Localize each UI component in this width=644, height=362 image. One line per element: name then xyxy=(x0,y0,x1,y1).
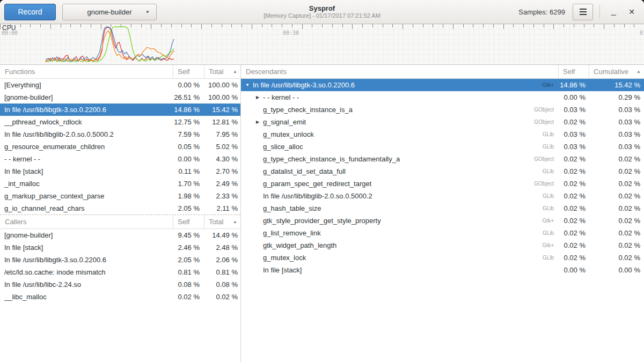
column-header-self[interactable]: Self xyxy=(173,65,204,78)
cell-function-name: In file /usr/lib/libglib-2.0.so.0.5000.2 xyxy=(0,130,173,138)
column-header-total[interactable]: Total ▲ xyxy=(204,215,240,228)
column-header-functions[interactable]: Functions xyxy=(0,65,173,78)
table-row[interactable]: In file [stack]0.00 %0.00 % xyxy=(241,264,644,276)
cell-total: 2.70 % xyxy=(204,167,240,175)
table-row[interactable]: [gnome-builder]26.51 %100.00 % xyxy=(0,91,240,104)
cell-function-name: g_slice_allocGLib xyxy=(241,143,558,151)
process-selector-value: gnome-builder xyxy=(87,8,131,16)
column-header-total-label: Total xyxy=(209,68,223,76)
table-row[interactable]: g_io_channel_read_chars2.05 %2.11 % xyxy=(0,202,240,215)
table-row[interactable]: g_markup_parse_context_parse1.98 %2.33 % xyxy=(0,190,240,202)
cell-function-name: g_datalist_id_set_data_fullGLib xyxy=(241,167,558,175)
table-row[interactable]: gtk_widget_path_lengthGtk+0.02 %0.02 % xyxy=(241,239,644,252)
cell-self: 0.00 % xyxy=(173,155,204,163)
table-row[interactable]: g_type_check_instance_is_aGObject0.03 %0… xyxy=(241,104,644,116)
table-row[interactable]: g_mutex_unlockGLib0.03 %0.03 % xyxy=(241,128,644,141)
column-header-total[interactable]: Total ▲ xyxy=(204,65,240,78)
cell-function-name: gtk_widget_path_lengthGtk+ xyxy=(241,241,558,249)
function-name: g_hash_table_size xyxy=(263,204,321,212)
cell-cumulative: 0.29 % xyxy=(589,93,644,101)
function-name: In file /usr/lib/libglib-2.0.so.0.5000.2 xyxy=(4,130,114,138)
cell-total: 12.81 % xyxy=(204,118,240,126)
table-row[interactable]: /etc/ld.so.cache: inode mismatch0.81 %0.… xyxy=(0,266,240,278)
function-name: gtk_style_provider_get_style_property xyxy=(263,217,381,225)
table-row[interactable]: In file /usr/lib/libc-2.24.so0.08 %0.08 … xyxy=(0,278,240,291)
library-tag: GLib xyxy=(537,168,558,174)
column-header-self[interactable]: Self xyxy=(558,65,589,78)
cell-function-name: In file /usr/lib/libglib-2.0.so.0.5000.2… xyxy=(241,192,558,200)
expander-open-icon[interactable]: ▼ xyxy=(245,83,253,87)
table-row[interactable]: g_type_check_instance_is_fundamentally_a… xyxy=(241,153,644,165)
functions-table: Functions Self Total ▲ [Everything]0.00 … xyxy=(0,65,240,215)
column-header-cumulative[interactable]: Cumulative ▲ xyxy=(589,65,644,78)
table-row[interactable]: ▶- - kernel - -0.00 %0.29 % xyxy=(241,91,644,104)
column-header-self[interactable]: Self xyxy=(173,215,204,228)
record-button[interactable]: Record xyxy=(4,4,56,20)
cell-function-name: g_io_channel_read_chars xyxy=(0,204,173,212)
header-separator xyxy=(599,5,600,19)
function-name: - - kernel - - xyxy=(4,155,40,163)
cell-cumulative: 0.02 % xyxy=(589,155,644,163)
process-selector-dropdown[interactable]: gnome-builder ▼ xyxy=(62,4,157,20)
library-tag: GLib xyxy=(537,144,558,150)
function-name: g_slice_alloc xyxy=(263,143,303,151)
close-button[interactable]: ✕ xyxy=(623,3,641,21)
expander-closed-icon[interactable]: ▶ xyxy=(256,95,263,100)
function-name: In file /usr/lib/libglib-2.0.so.0.5000.2 xyxy=(263,192,372,200)
column-header-callers[interactable]: Callers xyxy=(0,215,173,228)
table-row[interactable]: _int_malloc1.70 %2.49 % xyxy=(0,178,240,190)
menu-button[interactable] xyxy=(573,4,593,20)
library-tag: GLib xyxy=(537,131,558,137)
table-row[interactable]: __pthread_rwlock_rdlock12.75 %12.81 % xyxy=(0,116,240,128)
table-row[interactable]: In file /usr/lib/libglib-2.0.so.0.5000.2… xyxy=(241,190,644,202)
cell-function-name: g_resource_enumerate_children xyxy=(0,143,173,151)
table-row[interactable]: - - kernel - -0.00 %4.30 % xyxy=(0,153,240,165)
function-name: g_resource_enumerate_children xyxy=(4,143,105,151)
table-row[interactable]: In file [stack]0.11 %2.70 % xyxy=(0,165,240,178)
library-tag: GObject xyxy=(529,107,558,113)
table-row[interactable]: In file [stack]2.46 %2.48 % xyxy=(0,241,240,254)
function-name: g_io_channel_read_chars xyxy=(4,204,85,212)
table-row[interactable]: g_resource_enumerate_children0.05 %5.02 … xyxy=(0,141,240,153)
library-tag: Gtk+ xyxy=(537,82,558,88)
function-name: In file [stack] xyxy=(263,266,302,274)
function-name: In file /usr/lib/libgtk-3.so.0.2200.6 xyxy=(4,106,106,114)
table-row[interactable]: g_hash_table_sizeGLib0.02 %0.02 % xyxy=(241,202,644,215)
table-row[interactable]: g_datalist_id_set_data_fullGLib0.02 %0.0… xyxy=(241,165,644,178)
cell-self: 14.86 % xyxy=(173,106,204,114)
column-header-descendants[interactable]: Descendants xyxy=(241,65,558,78)
chevron-down-icon: ▼ xyxy=(145,10,150,14)
table-row[interactable]: g_param_spec_get_redirect_targetGObject0… xyxy=(241,178,644,190)
function-name: g_param_spec_get_redirect_target xyxy=(263,180,371,188)
cell-self: 12.75 % xyxy=(173,118,204,126)
descendants-rows: ▼In file /usr/lib/libgtk-3.so.0.2200.6Gt… xyxy=(241,79,644,276)
headerbar: Record gnome-builder ▼ Sysprof [Memory C… xyxy=(0,0,644,24)
function-name: [Everything] xyxy=(4,81,41,89)
table-row[interactable]: In file /usr/lib/libglib-2.0.so.0.5000.2… xyxy=(0,128,240,141)
cell-function-name: g_hash_table_sizeGLib xyxy=(241,204,558,212)
functions-table-header: Functions Self Total ▲ xyxy=(0,65,240,79)
minimize-button[interactable]: ─ xyxy=(604,3,623,21)
table-row[interactable]: In file /usr/lib/libgtk-3.so.0.2200.614.… xyxy=(0,104,240,116)
callers-table: Callers Self Total ▲ [gnome-builder]9.45… xyxy=(0,215,240,303)
table-row[interactable]: g_mutex_lockGLib0.02 %0.02 % xyxy=(241,252,644,264)
cpu-graph[interactable]: CPU 00:0000:3001:00 xyxy=(0,24,644,65)
function-name: In file /usr/lib/libc-2.24.so xyxy=(4,280,81,289)
cell-function-name: g_mutex_unlockGLib xyxy=(241,130,558,138)
table-row[interactable]: gtk_style_provider_get_style_propertyGtk… xyxy=(241,215,644,227)
column-header-total-label: Total xyxy=(209,218,223,226)
table-row[interactable]: __libc_malloc0.02 %0.02 % xyxy=(0,291,240,303)
table-row[interactable]: ▼In file /usr/lib/libgtk-3.so.0.2200.6Gt… xyxy=(241,79,644,91)
function-name: __libc_malloc xyxy=(4,293,47,301)
library-tag: GLib xyxy=(537,230,558,236)
table-row[interactable]: [gnome-builder]9.45 %14.49 % xyxy=(0,229,240,241)
table-row[interactable]: In file /usr/lib/libgtk-3.so.0.2200.62.0… xyxy=(0,254,240,266)
samples-count: Samples: 6299 xyxy=(518,8,565,16)
cell-function-name: g_type_check_instance_is_aGObject xyxy=(241,106,558,114)
table-row[interactable]: g_slice_allocGLib0.03 %0.03 % xyxy=(241,141,644,153)
table-row[interactable]: ▶g_signal_emitGObject0.02 %0.03 % xyxy=(241,116,644,128)
cell-total: 0.08 % xyxy=(204,280,240,289)
expander-closed-icon[interactable]: ▶ xyxy=(256,120,263,124)
table-row[interactable]: g_list_remove_linkGLib0.02 %0.02 % xyxy=(241,227,644,239)
table-row[interactable]: [Everything]0.00 %100.00 % xyxy=(0,79,240,91)
